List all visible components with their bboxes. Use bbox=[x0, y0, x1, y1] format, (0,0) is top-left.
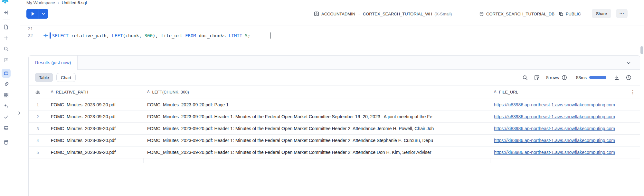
chevron-down-icon bbox=[626, 60, 631, 66]
cell-file-url[interactable]: https://ki83986.ap-northeast-1.aws.snowf… bbox=[490, 99, 640, 111]
cell-chunk[interactable]: FOMC_Minutes_2023-09-20.pdf: Header 1: M… bbox=[143, 135, 490, 146]
database-schema-selector[interactable]: CORTEX_SEARCH_TUTORIAL_DB PUBLIC bbox=[479, 9, 581, 19]
file-url-link[interactable]: https://ki83986.ap-northeast-1.aws.snowf… bbox=[494, 126, 615, 131]
search-icon bbox=[522, 75, 528, 80]
query-duration-label: 53ms bbox=[576, 75, 587, 80]
cell-file-url[interactable]: https://ki83986.ap-northeast-1.aws.snowf… bbox=[490, 111, 640, 122]
filter-results-button[interactable] bbox=[534, 75, 540, 80]
cell-chunk[interactable]: FOMC_Minutes_2023-09-20.pdf: Header 1: M… bbox=[143, 111, 490, 122]
share-button[interactable]: Share bbox=[592, 9, 611, 18]
run-options-button[interactable] bbox=[39, 9, 48, 19]
sql-editor[interactable]: 21 22 SELECT relative_path, LEFT(chunk, … bbox=[20, 25, 644, 55]
results-tab[interactable]: Results (just now) bbox=[29, 56, 78, 70]
breadcrumb-workspace[interactable]: My Workspace bbox=[26, 0, 55, 5]
ai-button[interactable] bbox=[0, 101, 12, 111]
query-history-button[interactable] bbox=[626, 75, 631, 80]
chevron-down-icon bbox=[41, 12, 46, 16]
expand-panel-button[interactable] bbox=[0, 7, 12, 18]
new-worksheet-button[interactable] bbox=[0, 32, 12, 43]
file-url-link[interactable]: https://ki83986.ap-northeast-1.aws.snowf… bbox=[494, 150, 615, 155]
cell-file-url[interactable]: https://ki83986.ap-northeast-1.aws.snowf… bbox=[490, 123, 640, 134]
attachments-button[interactable] bbox=[0, 79, 12, 90]
row-count-label: 5 rows bbox=[546, 75, 559, 80]
file-url-link[interactable]: https://ki83986.ap-northeast-1.aws.snowf… bbox=[494, 114, 615, 119]
apps-button[interactable] bbox=[0, 90, 12, 101]
editor-line-22[interactable]: 22 SELECT relative_path, LEFT(chunk, 300… bbox=[20, 32, 644, 39]
cell-file-url[interactable]: https://ki83986.ap-northeast-1.aws.snowf… bbox=[490, 147, 640, 158]
chart-view-button[interactable]: Chart bbox=[56, 73, 76, 82]
warehouse-label: CORTEX_SEARCH_TUTORIAL_WH bbox=[363, 12, 432, 16]
row-number[interactable]: 4 bbox=[29, 135, 47, 146]
paperclip-icon bbox=[4, 82, 9, 87]
flag-button[interactable] bbox=[0, 54, 12, 65]
schema-label: PUBLIC bbox=[566, 12, 581, 16]
chevron-right-icon bbox=[17, 111, 21, 115]
inbox-stack-icon bbox=[4, 125, 9, 130]
row-number[interactable]: 5 bbox=[29, 147, 47, 158]
line-number: 22 bbox=[20, 33, 35, 38]
table-row: 2FOMC_Minutes_2023-09-20.pdfFOMC_Minutes… bbox=[29, 111, 640, 123]
grid-header: A RELATIVE_PATH A LEFT(CHUNK, 300) A FIL… bbox=[29, 85, 640, 99]
database-label: CORTEX_SEARCH_TUTORIAL_DB bbox=[486, 12, 554, 16]
editor-line-21[interactable]: 21 bbox=[20, 25, 644, 32]
schema-icon bbox=[559, 12, 564, 16]
cell-chunk[interactable]: FOMC_Minutes_2023-09-20.pdf: Header 1: M… bbox=[143, 123, 490, 134]
row-number[interactable]: 2 bbox=[29, 111, 47, 122]
database-icon bbox=[479, 12, 484, 16]
cell-relative-path[interactable]: FOMC_Minutes_2023-09-20.pdf bbox=[47, 135, 143, 146]
flag-icon bbox=[4, 57, 9, 62]
column-menu-kebab-icon[interactable]: ⋮ bbox=[630, 89, 635, 95]
stages-button[interactable] bbox=[0, 122, 12, 133]
collapse-results-button[interactable] bbox=[625, 59, 632, 67]
cell-chunk[interactable]: FOMC_Minutes_2023-09-20.pdf: Page 1 bbox=[143, 99, 490, 111]
text-type-icon: A bbox=[51, 90, 53, 94]
cell-relative-path[interactable]: FOMC_Minutes_2023-09-20.pdf bbox=[47, 111, 143, 122]
expand-left-panel-chevron[interactable] bbox=[15, 109, 23, 117]
projects-button-selected[interactable] bbox=[2, 69, 11, 78]
column-header-relative-path[interactable]: A RELATIVE_PATH bbox=[47, 85, 143, 99]
search-nav-button[interactable] bbox=[0, 43, 12, 54]
column-header-file-url[interactable]: A FILE_URL ⋮ bbox=[490, 85, 640, 99]
filter-icon bbox=[534, 75, 540, 80]
file-url-link[interactable]: https://ki83986.ap-northeast-1.aws.snowf… bbox=[494, 138, 615, 143]
text-type-icon: A bbox=[147, 90, 150, 94]
file-url-link[interactable]: https://ki83986.ap-northeast-1.aws.snowf… bbox=[494, 102, 615, 107]
bar-chart-icon bbox=[35, 90, 40, 94]
table-row: 3FOMC_Minutes_2023-09-20.pdfFOMC_Minutes… bbox=[29, 123, 640, 135]
cell-relative-path[interactable]: FOMC_Minutes_2023-09-20.pdf bbox=[47, 99, 143, 111]
run-button[interactable] bbox=[26, 9, 39, 19]
line-number: 21 bbox=[20, 26, 35, 31]
cell-relative-path[interactable]: FOMC_Minutes_2023-09-20.pdf bbox=[47, 123, 143, 134]
row-number[interactable]: 1 bbox=[29, 99, 47, 111]
role-label: ACCOUNTADMIN bbox=[321, 12, 355, 16]
cell-file-url[interactable]: https://ki83986.ap-northeast-1.aws.snowf… bbox=[490, 135, 640, 146]
more-options-button[interactable]: ⋯ bbox=[616, 9, 628, 18]
cell-relative-path[interactable]: FOMC_Minutes_2023-09-20.pdf bbox=[47, 147, 143, 158]
databases-button[interactable] bbox=[0, 137, 12, 148]
left-nav-rail: ✻ bbox=[0, 0, 12, 196]
cell-chunk[interactable]: FOMC_Minutes_2023-09-20.pdf: Header 1: M… bbox=[143, 147, 490, 158]
check-icon bbox=[4, 114, 9, 120]
tasks-button[interactable] bbox=[0, 111, 12, 122]
copilot-diamond-icon[interactable] bbox=[43, 33, 49, 38]
breadcrumb-filename: Untitled 6.sql bbox=[62, 0, 87, 5]
table-row: 5FOMC_Minutes_2023-09-20.pdfFOMC_Minutes… bbox=[29, 147, 640, 158]
row-number[interactable]: 3 bbox=[29, 123, 47, 134]
editor-scrollbar-thumb[interactable] bbox=[640, 46, 643, 54]
search-results-button[interactable] bbox=[522, 75, 528, 80]
row-stats-header[interactable] bbox=[29, 85, 47, 99]
results-panel: Results (just now) Table Chart 5 rows bbox=[28, 55, 640, 196]
role-warehouse-selector[interactable]: ACCOUNTADMIN ◦ CORTEX_SEARCH_TUTORIAL_WH… bbox=[314, 9, 452, 19]
table-row: 1FOMC_Minutes_2023-09-20.pdfFOMC_Minutes… bbox=[29, 99, 640, 111]
clock-icon bbox=[626, 75, 631, 80]
worksheet-file-button[interactable] bbox=[0, 22, 12, 32]
row-count-info-button[interactable] bbox=[562, 75, 567, 80]
duration-bar bbox=[589, 76, 606, 79]
table-view-button[interactable]: Table bbox=[35, 73, 53, 82]
rail-divider bbox=[3, 67, 10, 67]
results-tabbar: Results (just now) bbox=[29, 56, 640, 70]
download-results-button[interactable] bbox=[614, 75, 620, 80]
inline-suggestion-bar bbox=[50, 32, 51, 39]
column-header-left-chunk[interactable]: A LEFT(CHUNK, 300) bbox=[143, 85, 490, 99]
database-icon bbox=[4, 140, 9, 145]
